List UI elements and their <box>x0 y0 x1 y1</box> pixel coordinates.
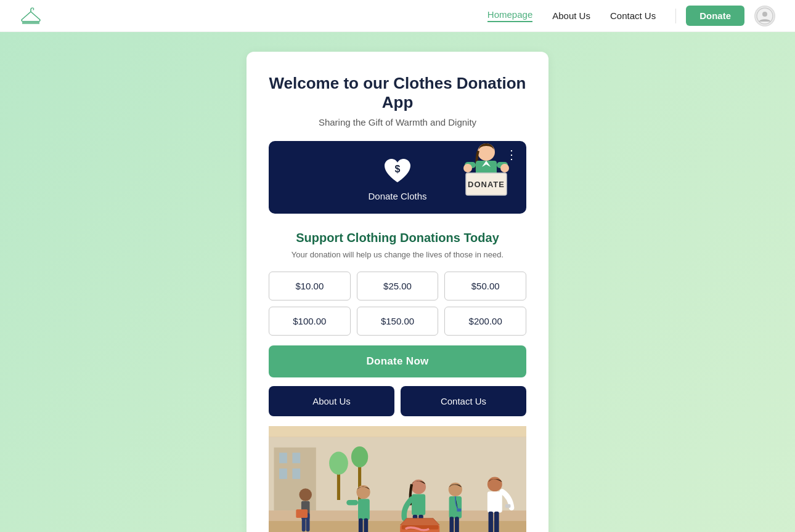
nav-contact-us[interactable]: Contact Us <box>610 10 656 21</box>
avatar[interactable] <box>754 6 775 26</box>
svg-rect-30 <box>296 509 308 518</box>
svg-rect-32 <box>358 499 370 520</box>
main-content: Welcome to our Clothes Donation App Shar… <box>0 32 795 532</box>
hero-heart-icon: $ <box>381 154 414 187</box>
three-dots-icon[interactable]: ⋮ <box>505 147 518 162</box>
nav-about-us[interactable]: About Us <box>552 10 590 21</box>
support-description: Your donation will help us change the li… <box>269 250 526 259</box>
svg-point-36 <box>411 480 426 494</box>
about-us-button[interactable]: About Us <box>269 386 394 416</box>
svg-text:DONATE: DONATE <box>468 180 505 189</box>
avatar-icon <box>756 7 773 25</box>
svg-point-26 <box>299 488 311 501</box>
svg-rect-33 <box>346 500 358 506</box>
nav-donate-button[interactable]: Donate <box>686 6 744 26</box>
svg-point-10 <box>463 164 472 172</box>
svg-text:$: $ <box>395 164 401 174</box>
amount-10[interactable]: $10.00 <box>269 272 351 300</box>
navbar: Homepage About Us Contact Us Donate <box>0 0 795 32</box>
svg-point-3 <box>762 12 767 17</box>
svg-rect-20 <box>292 469 300 479</box>
amount-25[interactable]: $25.00 <box>357 272 439 300</box>
svg-rect-34 <box>359 518 363 532</box>
volunteers-svg <box>269 426 526 532</box>
svg-rect-47 <box>489 512 494 532</box>
hero-label: Donate Cloths <box>368 191 426 201</box>
card-title: Welcome to our Clothes Donation App <box>269 74 526 112</box>
svg-rect-43 <box>455 517 459 532</box>
svg-point-22 <box>329 452 348 475</box>
svg-rect-19 <box>279 469 287 479</box>
hero-content: $ Donate Cloths <box>368 154 426 201</box>
svg-point-11 <box>500 164 509 172</box>
svg-point-31 <box>356 485 370 499</box>
svg-rect-17 <box>279 453 287 463</box>
support-title: Support Clothing Donations Today <box>269 231 526 245</box>
amount-50[interactable]: $50.00 <box>444 272 526 300</box>
nav-links: Homepage About Us Contact Us <box>487 9 656 22</box>
svg-rect-46 <box>487 491 502 512</box>
amount-200[interactable]: $200.00 <box>444 307 526 336</box>
bottom-volunteer-image <box>269 426 526 532</box>
svg-rect-44 <box>457 509 461 512</box>
svg-rect-42 <box>449 517 454 532</box>
svg-rect-18 <box>292 453 300 463</box>
svg-point-24 <box>351 446 368 467</box>
card-subtitle: Sharing the Gift of Warmth and Dignity <box>269 117 526 127</box>
donate-now-button[interactable]: Donate Now <box>269 345 526 377</box>
amount-150[interactable]: $150.00 <box>357 307 439 336</box>
nav-homepage[interactable]: Homepage <box>487 9 532 22</box>
nav-divider <box>675 9 676 23</box>
svg-rect-48 <box>494 512 499 532</box>
amount-100[interactable]: $100.00 <box>269 307 351 336</box>
svg-rect-35 <box>364 518 368 532</box>
action-buttons: About Us Contact Us <box>269 386 526 416</box>
logo <box>20 7 42 25</box>
contact-us-button[interactable]: Contact Us <box>401 386 526 416</box>
svg-rect-49 <box>505 504 511 508</box>
main-card: Welcome to our Clothes Donation App Shar… <box>247 52 548 532</box>
hero-banner: $ Donate Cloths ⋮ <box>269 141 526 214</box>
amounts-grid: $10.00 $25.00 $50.00 $100.00 $150.00 $20… <box>269 272 526 336</box>
hanger-icon <box>20 7 42 25</box>
